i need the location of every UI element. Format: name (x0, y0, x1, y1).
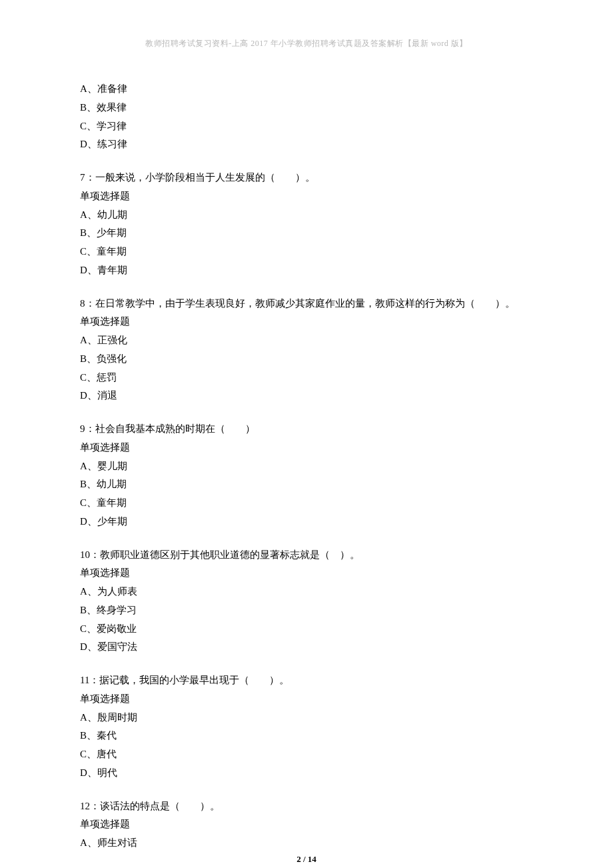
question-stem: 8：在日常教学中，由于学生表现良好，教师减少其家庭作业的量，教师这样的行为称为（… (80, 295, 533, 313)
option: C、童年期 (80, 494, 533, 513)
option: C、惩罚 (80, 369, 533, 387)
question-stem: 11：据记载，我国的小学最早出现于（ ）。 (80, 671, 533, 690)
question-8: 8：在日常教学中，由于学生表现良好，教师减少其家庭作业的量，教师这样的行为称为（… (80, 295, 533, 406)
option: A、为人师表 (80, 583, 533, 601)
question-type: 单项选择题 (80, 439, 533, 457)
question-stem: 7：一般来说，小学阶段相当于人生发展的（ ）。 (80, 169, 533, 187)
option: D、练习律 (80, 135, 533, 154)
option: B、终身学习 (80, 601, 533, 620)
question-6-options: A、准备律 B、效果律 C、学习律 D、练习律 (80, 80, 533, 154)
option: B、秦代 (80, 727, 533, 745)
document-page: 教师招聘考试复习资料-上高 2017 年小学教师招聘考试真题及答案解析【最新 w… (0, 0, 613, 868)
question-type: 单项选择题 (80, 690, 533, 709)
question-12: 12：谈话法的特点是（ ）。 单项选择题 A、师生对话 (80, 797, 533, 853)
question-stem: 10：教师职业道德区别于其他职业道德的显著标志就是（ ）。 (80, 546, 533, 565)
question-stem: 12：谈话法的特点是（ ）。 (80, 797, 533, 816)
option: B、负强化 (80, 350, 533, 369)
page-header: 教师招聘考试复习资料-上高 2017 年小学教师招聘考试真题及答案解析【最新 w… (80, 36, 533, 51)
question-11: 11：据记载，我国的小学最早出现于（ ）。 单项选择题 A、殷周时期 B、秦代 … (80, 671, 533, 783)
option: C、童年期 (80, 243, 533, 261)
question-7: 7：一般来说，小学阶段相当于人生发展的（ ）。 单项选择题 A、幼儿期 B、少年… (80, 169, 533, 280)
option: A、幼儿期 (80, 206, 533, 225)
option: A、殷周时期 (80, 709, 533, 727)
option: D、青年期 (80, 261, 533, 280)
option: B、效果律 (80, 99, 533, 117)
question-type: 单项选择题 (80, 187, 533, 206)
option: A、师生对话 (80, 834, 533, 853)
question-type: 单项选择题 (80, 313, 533, 331)
option: B、少年期 (80, 224, 533, 243)
question-stem: 9：社会自我基本成熟的时期在（ ） (80, 420, 533, 439)
option: A、正强化 (80, 331, 533, 350)
option: D、少年期 (80, 513, 533, 531)
option: A、准备律 (80, 80, 533, 99)
page-number: 2 / 14 (0, 851, 613, 867)
option: C、学习律 (80, 117, 533, 136)
question-9: 9：社会自我基本成熟的时期在（ ） 单项选择题 A、婴儿期 B、幼儿期 C、童年… (80, 420, 533, 531)
option: D、明代 (80, 764, 533, 783)
question-type: 单项选择题 (80, 564, 533, 583)
option: D、消退 (80, 387, 533, 405)
option: C、唐代 (80, 745, 533, 764)
option: D、爱国守法 (80, 638, 533, 657)
option: C、爱岗敬业 (80, 620, 533, 639)
question-type: 单项选择题 (80, 815, 533, 834)
option: B、幼儿期 (80, 475, 533, 494)
option: A、婴儿期 (80, 457, 533, 476)
question-10: 10：教师职业道德区别于其他职业道德的显著标志就是（ ）。 单项选择题 A、为人… (80, 546, 533, 657)
